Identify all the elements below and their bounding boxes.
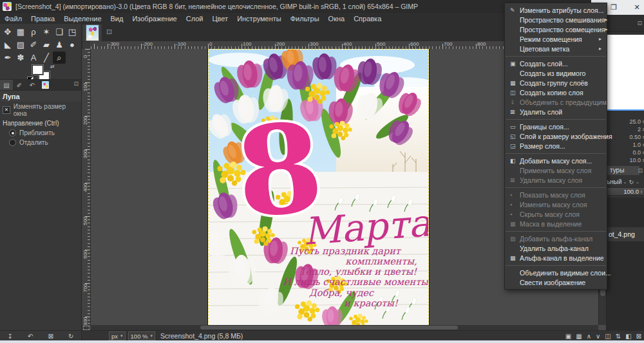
- tab-device-status[interactable]: ✐: [13, 80, 26, 90]
- menubar-item[interactable]: Окна: [324, 14, 350, 23]
- panel-menu-icon[interactable]: ⊡: [73, 80, 79, 87]
- unit-value: px: [111, 333, 118, 340]
- tool-text[interactable]: A: [27, 51, 40, 64]
- menu-item[interactable]: ◫Создать копию слоя: [505, 88, 607, 97]
- menubar-item[interactable]: Цвет: [207, 14, 232, 23]
- add-layer-mask-button[interactable]: ◧: [625, 333, 631, 340]
- layer-mode-select[interactable]: ьный ⌄ ↻ ⌄: [607, 177, 644, 187]
- zoom-select[interactable]: 100 %▾: [128, 331, 155, 340]
- horizontal-scrollbar-thumb[interactable]: [200, 326, 458, 329]
- tab-image-thumbnail[interactable]: [39, 80, 52, 90]
- delete-tool-preset-button[interactable]: ⊠: [48, 333, 53, 340]
- option-spinner[interactable]: 25.0▲▼: [607, 118, 644, 125]
- menu-item[interactable]: Объединить видимые слои...: [505, 268, 607, 277]
- tool-paths[interactable]: ✒: [1, 51, 14, 64]
- delete-layer-button[interactable]: ⊠: [636, 333, 641, 340]
- tool-zoom[interactable]: ⌕: [53, 51, 66, 64]
- menubar-item[interactable]: Справка: [349, 14, 386, 23]
- layer-row[interactable]: ot_4.png: [607, 227, 644, 241]
- brush-preview-panel[interactable]: [607, 35, 644, 111]
- quick-mask-toggle[interactable]: [82, 325, 90, 330]
- zoom-direction-option[interactable]: Отдалить: [0, 138, 81, 147]
- menu-item[interactable]: ◧Добавить маску слоя...: [505, 156, 607, 165]
- horizontal-scrollbar[interactable]: [91, 325, 598, 330]
- tool-airbrush[interactable]: ✽: [14, 51, 27, 64]
- tool-crop[interactable]: ❑: [53, 26, 66, 38]
- menu-item[interactable]: Цветовая метка▸: [505, 44, 607, 53]
- menu-item[interactable]: ▣Создать слой...: [505, 59, 607, 68]
- menu-item[interactable]: ▭Границы слоя...: [505, 122, 607, 131]
- save-tool-preset-button[interactable]: ↧: [8, 333, 13, 340]
- unit-select[interactable]: px▾: [109, 331, 126, 340]
- restore-tool-preset-button[interactable]: ↶: [28, 333, 33, 340]
- menubar-item[interactable]: Вид: [106, 14, 128, 23]
- menu-item: ▪Скрыть маску слоя: [505, 209, 607, 219]
- radio-selected[interactable]: [9, 129, 16, 136]
- patterns-tab-menu-icon[interactable]: ⊡: [638, 167, 643, 174]
- menu-item[interactable]: ⊠Удалить слой: [505, 107, 607, 116]
- close-button-icon[interactable]: ✕: [627, 2, 644, 13]
- zoom-direction-option[interactable]: Приблизить: [0, 128, 81, 138]
- option-spinner[interactable]: 1.0▲▼: [607, 141, 644, 149]
- menubar-item[interactable]: Файл: [0, 14, 26, 23]
- tool-color-picker[interactable]: ╱: [40, 51, 53, 64]
- resize-window-checkbox[interactable]: ✕: [3, 106, 10, 114]
- option-spinner[interactable]: 2▲▼: [607, 125, 644, 133]
- reset-tool-options-button[interactable]: ↻: [68, 333, 73, 340]
- tabstrip-menu-icon[interactable]: ⊡: [106, 28, 112, 36]
- menubar-item[interactable]: Инструменты: [232, 14, 286, 23]
- opacity-slider[interactable]: 100.0 ▲▼: [607, 187, 644, 196]
- menu-item[interactable]: ✎Изменить атрибуты слоя...: [505, 5, 607, 15]
- raise-layer-button[interactable]: ∧: [587, 333, 591, 340]
- option-spinner[interactable]: 0.0▲▼: [607, 149, 644, 156]
- menu-separator: [506, 153, 606, 154]
- menu-item[interactable]: Свести изображение: [505, 277, 607, 287]
- menu-item[interactable]: ◱Слой к размеру изображения: [505, 131, 607, 141]
- lower-layer-button[interactable]: ∨: [596, 333, 600, 340]
- tab-undo-history[interactable]: ↶: [26, 80, 39, 90]
- ruler-label: 700: [444, 41, 452, 47]
- menu-item-label: Изменить маску слоя: [520, 201, 587, 209]
- layer-to-image-size-icon: ◱: [510, 133, 520, 140]
- tool-paintbrush[interactable]: ✐: [27, 39, 40, 51]
- tool-fuzzy-select[interactable]: ✶: [40, 26, 53, 38]
- image-tab[interactable]: [82, 24, 102, 41]
- menubar-item[interactable]: Выделение: [59, 14, 106, 23]
- option-spinner[interactable]: 10.0▲▼: [607, 156, 644, 164]
- radio-unselected[interactable]: [9, 139, 16, 146]
- tool-unified-transform[interactable]: ◳: [66, 26, 79, 38]
- tool-rectangle-select[interactable]: ▦: [14, 26, 27, 38]
- menubar-item[interactable]: Фильтры: [286, 14, 324, 23]
- swap-colors-icon[interactable]: ⇄: [50, 64, 55, 70]
- option-spinner[interactable]: 0.50▲▼: [607, 133, 644, 141]
- mode-switch-icon[interactable]: ↻: [629, 179, 634, 185]
- new-layer-group-button[interactable]: ▦: [576, 333, 582, 340]
- tool-clone[interactable]: ♟: [53, 39, 66, 51]
- menubar-item[interactable]: Правка: [26, 14, 59, 23]
- tool-bucket-fill[interactable]: ◣: [1, 39, 14, 51]
- duplicate-layer-button[interactable]: ◫: [605, 333, 611, 340]
- tool-smudge[interactable]: ●: [66, 39, 79, 51]
- foreground-color-swatch[interactable]: [32, 65, 43, 75]
- tool-move[interactable]: ✥: [1, 26, 14, 38]
- menubar-item[interactable]: Слой: [182, 14, 208, 23]
- menu-item[interactable]: ▦Создать группу слоёв: [505, 78, 607, 88]
- merge-layer-button[interactable]: ⇅: [616, 333, 621, 340]
- dock-menu-icon[interactable]: ⊡: [637, 20, 642, 26]
- menu-item[interactable]: Режим совмещения▸: [505, 34, 607, 44]
- menu-item[interactable]: ▩Альфа-канал в выделение: [505, 253, 607, 263]
- tool-eraser[interactable]: ▰: [40, 39, 53, 51]
- chevron-down-icon: ▾: [151, 333, 153, 338]
- menu-item[interactable]: Создать из видимого: [505, 68, 607, 78]
- menu-item[interactable]: Пространство совмещения▸: [505, 24, 607, 34]
- menu-item[interactable]: Удалить альфа-канал: [505, 243, 607, 253]
- menu-item[interactable]: ◲Размер слоя...: [505, 141, 607, 151]
- tool-gradient[interactable]: ▨: [14, 39, 27, 51]
- new-layer-button[interactable]: ▣: [565, 333, 571, 340]
- tab-tool-options[interactable]: ▤: [0, 80, 13, 90]
- patterns-tab[interactable]: туры: [607, 166, 639, 175]
- tool-free-select[interactable]: ρ: [27, 26, 40, 38]
- menubar-item[interactable]: Изображение: [128, 14, 181, 23]
- submenu-arrow-icon: ▸: [605, 26, 607, 32]
- menu-item[interactable]: Пространство смешивания▸: [505, 15, 607, 24]
